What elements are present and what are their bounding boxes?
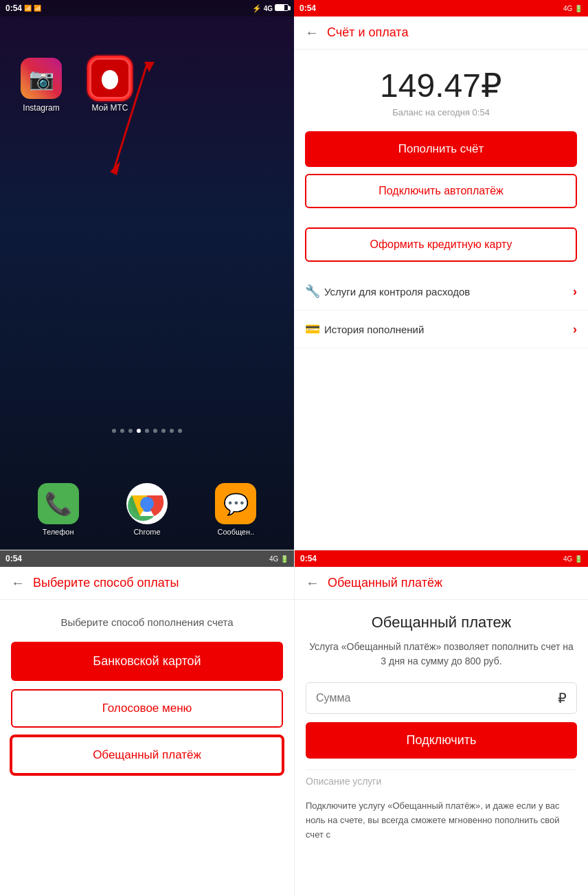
svg-point-7	[142, 498, 152, 509]
service-description-label: Описание услуги	[306, 770, 577, 792]
time-account: 0:54	[299, 3, 316, 13]
menu-history-label: История пополнений	[324, 324, 573, 335]
menu-item-history[interactable]: 💳 История пополнений ›	[294, 311, 588, 348]
action-buttons: Пополнить счёт Подключить автоплатёж Офо…	[294, 131, 588, 262]
dot-6	[153, 429, 157, 433]
dot-7	[161, 429, 166, 433]
messages-label: Сообщен..	[217, 528, 254, 536]
chrome-label: Chrome	[133, 528, 160, 536]
balance-section: 149.47₽ Баланс на сегодня 0:54	[294, 49, 588, 131]
payment-content: Выберите способ пополнения счета Банковс…	[0, 600, 294, 791]
voice-menu-button[interactable]: Голосовое меню	[11, 689, 283, 728]
status-bar-promised: 0:54 4G 🔋	[295, 550, 588, 567]
promised-heading: Обещанный платеж	[306, 614, 577, 631]
battery-home	[275, 4, 289, 12]
autopay-button[interactable]: Подключить автоплатёж	[305, 174, 577, 208]
time-promised: 0:54	[300, 554, 317, 563]
dot-3	[128, 429, 133, 433]
chrome-app[interactable]: Chrome	[126, 483, 168, 536]
promised-title: Обещанный платёж	[328, 576, 442, 590]
dot-8	[170, 429, 174, 433]
card-payment-button[interactable]: Банковской картой	[11, 642, 283, 681]
promised-screen: 0:54 4G 🔋 ← Обещанный платёж Обещанный п…	[294, 550, 588, 896]
dot-1	[112, 429, 116, 433]
chrome-logo	[128, 484, 166, 523]
messages-icon: 💬	[215, 483, 256, 524]
home-screen: 0:54 📶 📶 ⚡ 4G 📷 Instagram	[0, 0, 294, 550]
menu-item-services[interactable]: 🔧 Услуги для контроля расходов ›	[294, 273, 588, 311]
payment-subtitle: Выберите способ пополнения счета	[11, 616, 283, 634]
page-dots	[0, 429, 294, 433]
back-button-promised[interactable]: ←	[306, 575, 319, 591]
account-screen: 0:54 4G 🔋 ← Счёт и оплата 149.47₽ Баланс…	[294, 0, 588, 550]
promised-description: Услуга «Обещанный платёж» позволяет попо…	[306, 640, 577, 669]
back-button-account[interactable]: ←	[305, 25, 319, 41]
dot-9	[178, 429, 182, 433]
card-icon: 💳	[305, 322, 324, 337]
settings-icon: 🔧	[305, 284, 324, 299]
payment-screen: 0:54 4G 🔋 ← Выберите способ оплаты Выбер…	[0, 550, 294, 896]
status-bar-account: 0:54 4G 🔋	[294, 0, 588, 16]
arrow-indicator	[106, 55, 161, 192]
credit-button[interactable]: Оформить кредитную карту	[305, 227, 577, 262]
account-title: Счёт и оплата	[327, 25, 408, 40]
instagram-icon: 📷	[21, 58, 62, 99]
phone-app[interactable]: 📞 Телефон	[38, 483, 79, 536]
balance-amount: 149.47₽	[308, 66, 574, 104]
connect-button[interactable]: Подключить	[306, 722, 577, 759]
menu-section: 🔧 Услуги для контроля расходов › 💳 Истор…	[294, 262, 588, 359]
currency-symbol: ₽	[558, 690, 567, 706]
dock: 📞 Телефон	[0, 476, 294, 543]
chrome-icon	[126, 483, 168, 524]
dot-4	[137, 429, 141, 433]
time-payment: 0:54	[5, 554, 22, 563]
menu-services-label: Услуги для контроля расходов	[324, 286, 573, 298]
promised-payment-button[interactable]: Обещанный платёж	[11, 736, 283, 774]
svg-line-1	[113, 62, 148, 172]
status-bar-payment: 0:54 4G 🔋	[0, 550, 294, 567]
bluetooth-icon: ⚡	[252, 4, 262, 13]
promised-content: Обещанный платеж Услуга «Обещанный платё…	[295, 600, 588, 896]
battery-account: 4G 🔋	[563, 5, 583, 12]
topup-button[interactable]: Пополнить счёт	[305, 131, 577, 167]
promised-header: ← Обещанный платёж	[295, 567, 588, 600]
instagram-label: Instagram	[23, 103, 59, 113]
back-button-payment[interactable]: ←	[11, 575, 25, 591]
phone-label: Телефон	[43, 528, 74, 536]
home-status-icons: 📶 📶	[24, 5, 41, 12]
payment-header: ← Выберите способ оплаты	[0, 567, 294, 600]
instagram-app[interactable]: 📷 Instagram	[14, 58, 69, 113]
dot-5	[145, 429, 149, 433]
battery-promised: 4G 🔋	[563, 555, 583, 563]
service-full-description: Подключите услугу «Обещанный платёж», и …	[306, 799, 577, 842]
payment-title: Выберите способ оплаты	[33, 576, 179, 590]
signal-4g-home: 4G	[264, 5, 273, 12]
chevron-right-icon-1: ›	[573, 284, 577, 299]
amount-input-row[interactable]: ₽	[306, 682, 577, 714]
amount-field[interactable]	[316, 692, 558, 704]
status-bar-home: 0:54 📶 📶 ⚡ 4G	[0, 0, 294, 16]
battery-payment: 4G 🔋	[269, 555, 289, 563]
account-header: ← Счёт и оплата	[294, 16, 588, 49]
dot-2	[120, 429, 124, 433]
time-home: 0:54	[5, 3, 22, 13]
chevron-right-icon-2: ›	[573, 322, 577, 337]
messages-app[interactable]: 💬 Сообщен..	[215, 483, 256, 536]
phone-icon: 📞	[38, 483, 79, 524]
balance-date: Баланс на сегодня 0:54	[308, 107, 574, 117]
